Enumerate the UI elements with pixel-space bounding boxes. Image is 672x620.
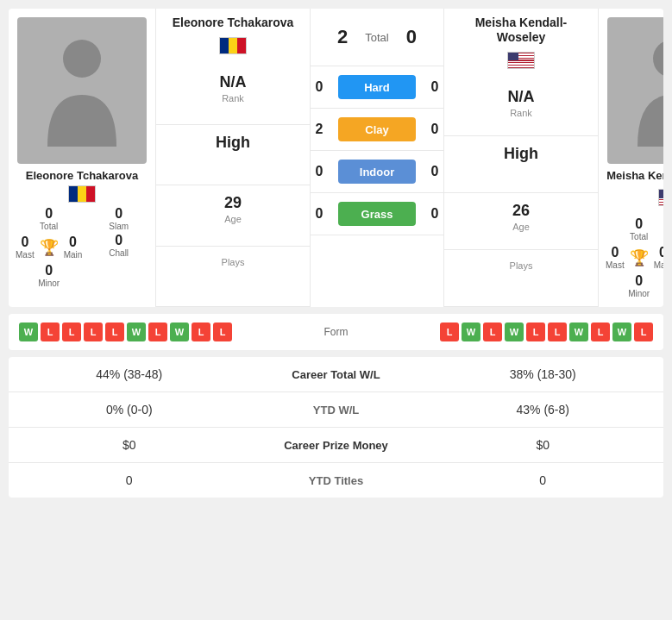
comparison-panel: Eleonore Tchakarova 0 Total 0 Slam 0 Mas… bbox=[9, 9, 663, 307]
player1-panel: Eleonore Tchakarova 0 Total 0 Slam 0 Mas… bbox=[9, 9, 155, 307]
grass-right-score: 0 bbox=[426, 206, 443, 222]
grass-left-score: 0 bbox=[311, 206, 328, 222]
player1-main-label: Main bbox=[64, 250, 83, 260]
player2-trophy-icon: 🏆 bbox=[630, 248, 649, 267]
form-badge: W bbox=[569, 323, 588, 341]
player1-chall-label: Chall bbox=[89, 248, 148, 258]
svg-point-0 bbox=[63, 40, 101, 78]
player2-main-label: Main bbox=[654, 260, 663, 270]
prize-money-right: $0 bbox=[431, 438, 656, 452]
player1-flag-container bbox=[156, 34, 310, 65]
form-badge: L bbox=[440, 323, 459, 341]
grass-label: Grass bbox=[361, 208, 393, 221]
player1-avatar bbox=[17, 17, 147, 164]
form-badge: L bbox=[62, 323, 81, 341]
player2-age-label: Age bbox=[512, 222, 530, 232]
form-badge: L bbox=[192, 323, 210, 341]
player2-main-value: 0 bbox=[654, 245, 663, 260]
player2-middle-name-text: Meisha Kendall-Woseley bbox=[475, 16, 568, 44]
player2-rank-label: Rank bbox=[510, 108, 532, 118]
ytd-wl-right: 43% (6-8) bbox=[431, 403, 656, 416]
form-badge: L bbox=[213, 323, 232, 341]
player2-middle-name: Meisha Kendall-Woseley bbox=[444, 9, 598, 48]
form-label: Form bbox=[315, 326, 358, 338]
form-panel: WLLLLWLWLL Form LWLWLLWLWL bbox=[9, 314, 663, 350]
player2-total-value: 0 bbox=[606, 216, 663, 232]
form-badge: W bbox=[612, 323, 631, 341]
form-badge: L bbox=[634, 323, 653, 341]
player1-form-results: WLLLLWLWLL bbox=[19, 323, 310, 341]
player1-middle-panel: Eleonore Tchakarova N/A Rank High 29 Age… bbox=[155, 9, 311, 307]
prize-money-row: $0 Career Prize Money $0 bbox=[9, 428, 663, 463]
player2-age-value: 26 bbox=[512, 202, 530, 220]
player2-high-row: High bbox=[444, 136, 598, 193]
form-badge: W bbox=[462, 323, 480, 341]
player1-main-stat: 0 Main bbox=[64, 235, 83, 260]
player2-middle-panel: Meisha Kendall-Woseley N/A Rank High 26 … bbox=[443, 9, 599, 307]
form-badge: L bbox=[526, 323, 545, 341]
player1-mast-label: Mast bbox=[16, 250, 35, 260]
hard-label: Hard bbox=[364, 81, 390, 94]
clay-badge: Clay bbox=[338, 117, 416, 141]
indoor-court-row: 0 Indoor 0 bbox=[311, 151, 443, 193]
player2-trophy-mast-row: 0 Mast 🏆 0 Main bbox=[606, 245, 663, 270]
career-total-right: 38% (18-30) bbox=[431, 367, 656, 381]
player1-rank-row: N/A Rank bbox=[156, 65, 310, 125]
form-badge: W bbox=[127, 323, 146, 341]
player1-stats-grid: 0 Total 0 Slam 0 Mast 🏆 0 Main bbox=[16, 206, 148, 288]
player1-plays-row: Plays bbox=[156, 247, 310, 307]
clay-left-score: 2 bbox=[311, 122, 328, 137]
player2-age-row: 26 Age bbox=[444, 193, 598, 250]
ytd-wl-row: 0% (0-0) YTD W/L 43% (6-8) bbox=[9, 392, 663, 428]
clay-court-row: 2 Clay 0 bbox=[311, 109, 443, 151]
player1-age-value: 29 bbox=[224, 194, 242, 212]
player1-mast-stat: 0 Mast bbox=[16, 235, 35, 260]
player2-main-stat: 0 Main bbox=[654, 245, 663, 270]
stats-table: 44% (38-48) Career Total W/L 38% (18-30)… bbox=[9, 357, 663, 498]
total-left-score: 2 bbox=[337, 26, 348, 48]
hard-right-score: 0 bbox=[426, 79, 443, 95]
prize-money-label: Career Prize Money bbox=[242, 439, 431, 452]
player2-mast-label: Mast bbox=[606, 260, 625, 270]
form-badge: L bbox=[105, 323, 124, 341]
player1-silhouette bbox=[39, 34, 125, 147]
clay-label: Clay bbox=[365, 123, 388, 136]
player1-slam-value: 0 bbox=[89, 206, 148, 222]
player2-rank-row: N/A Rank bbox=[444, 79, 598, 136]
player1-middle-name: Eleonore Tchakarova bbox=[156, 9, 310, 34]
form-badge: L bbox=[84, 323, 103, 341]
player1-main-value: 0 bbox=[64, 235, 83, 250]
player2-mast-stat: 0 Mast bbox=[606, 245, 625, 270]
total-label: Total bbox=[365, 31, 388, 44]
player1-chall-value: 0 bbox=[89, 233, 148, 248]
player2-panel: Meisha Kendall-Woseley 0 Total 0 Slam 0 bbox=[599, 9, 663, 307]
player1-slam-stat: 0 Slam bbox=[89, 206, 148, 231]
player2-form-results: LWLWLLWLWL bbox=[363, 323, 654, 341]
player1-mast-value: 0 bbox=[16, 235, 35, 250]
hard-badge: Hard bbox=[338, 75, 416, 99]
player1-rank-label: Rank bbox=[222, 93, 244, 103]
player2-plays-label: Plays bbox=[510, 260, 533, 271]
player2-minor-stat: 0 Minor bbox=[606, 273, 663, 298]
prize-money-left: $0 bbox=[17, 438, 242, 452]
indoor-left-score: 0 bbox=[311, 164, 328, 179]
player2-rank-value: N/A bbox=[508, 88, 535, 106]
player1-name: Eleonore Tchakarova bbox=[26, 169, 139, 182]
player2-minor-label: Minor bbox=[606, 289, 663, 298]
hard-left-score: 0 bbox=[311, 79, 328, 95]
player1-age-label: Age bbox=[224, 214, 242, 224]
hard-court-row: 0 Hard 0 bbox=[311, 66, 443, 109]
ytd-wl-left: 0% (0-0) bbox=[17, 403, 242, 416]
form-badge: W bbox=[19, 323, 38, 341]
player1-plays-label: Plays bbox=[222, 257, 245, 267]
player1-rank-value: N/A bbox=[220, 73, 247, 91]
player1-minor-value: 0 bbox=[16, 263, 82, 279]
player2-stats-grid: 0 Total 0 Slam 0 Mast 🏆 0 Main bbox=[606, 216, 663, 298]
player2-total-label: Total bbox=[606, 232, 663, 241]
form-badge: L bbox=[41, 323, 60, 341]
player1-minor-label: Minor bbox=[16, 279, 82, 288]
player1-trophy-icon: 🏆 bbox=[40, 238, 59, 257]
player1-total-value: 0 bbox=[16, 206, 82, 222]
form-badge: L bbox=[148, 323, 167, 341]
form-badge: W bbox=[505, 323, 524, 341]
